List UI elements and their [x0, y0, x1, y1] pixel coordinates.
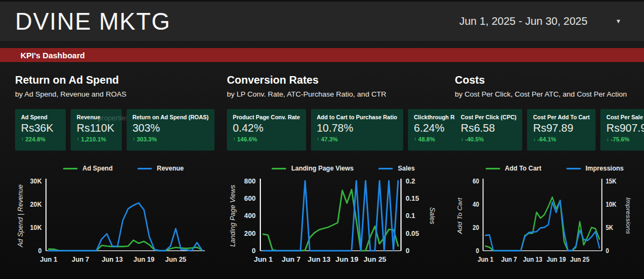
- series-line-impressions: [486, 200, 599, 250]
- y-axis-tick-label: 10K: [30, 224, 42, 232]
- legend-item-revenue: Revenue: [137, 165, 184, 172]
- scorecard-label: Cost Per Sale: [606, 114, 644, 120]
- scorecard-label: Cost Per Click (CPC): [461, 114, 516, 120]
- legend-swatch-green: [272, 168, 286, 169]
- legend-item-ad-spend: Ad Spend: [63, 165, 113, 172]
- date-range-label: Jun 1, 2025 - Jun 30, 2025: [459, 15, 587, 28]
- scorecard-cost-per-sale: Cost Per Sale Rs907.9 ↓ -75.6%: [600, 109, 644, 151]
- section-title: Costs: [455, 74, 644, 86]
- chart-legend: Add To Cart Impressions: [455, 165, 636, 172]
- arrow-down-icon: ↓: [533, 137, 536, 142]
- scorecard-delta: ↑ 146.6%: [233, 136, 300, 142]
- y-axis-title: Ad Spend | Revenue: [17, 185, 24, 248]
- scorecard-product-page-conv-rate: Product Page Conv. Rate 0.42% ↑ 146.6%: [227, 109, 306, 151]
- y-axis-tick-label: 30K: [30, 178, 42, 185]
- scorecard-label: Add to Cart to Purchase Ratio: [317, 114, 397, 120]
- conversion-chart-block: Landing Page Views Sales 020040060080000…: [227, 165, 450, 268]
- arrow-up-icon: ↑: [133, 137, 135, 142]
- legend-swatch-blue: [137, 168, 152, 169]
- scorecard-ad-spend: Ad Spend Rs36K ↑ 224.8%: [15, 109, 66, 151]
- right-y-axis-tick-label: 0.15: [406, 195, 419, 202]
- scorecard-label: Return on Ad Spend (ROAS): [133, 114, 209, 120]
- x-axis-tick-label: Jun 1: [40, 256, 57, 263]
- section-title: Return on Ad Spend: [15, 74, 222, 86]
- scorecard-label: Revenue: [77, 114, 115, 120]
- x-axis-tick-label: Jun 13: [523, 255, 543, 263]
- section-costs: Costs by Cost Per Click, Cost Per ATC, a…: [455, 74, 644, 268]
- dashboard-content: Return on Ad Spend by Ad Spend, Revenue …: [0, 62, 644, 268]
- legend-swatch-green: [63, 168, 78, 169]
- arrow-down-icon: ↓: [461, 137, 463, 142]
- scorecard-row: Cost Per Click (CPC) Rs6.58 ↓ -40.5% Cos…: [455, 109, 644, 151]
- right-y-axis-title: Impressions: [625, 198, 632, 234]
- x-axis-tick-label: Jun 7: [501, 255, 517, 263]
- scorecard-delta-value: 47.3%: [321, 136, 338, 142]
- scorecard-delta: ↑ 47.3%: [317, 136, 397, 142]
- legend-item-impressions: Impressions: [566, 165, 624, 172]
- right-y-axis-tick-label: 0.2: [406, 178, 416, 185]
- date-range-picker[interactable]: Jun 1, 2025 - Jun 30, 2025 ▼: [452, 11, 629, 32]
- legend-label: Impressions: [586, 165, 624, 172]
- legend-label: Revenue: [157, 165, 184, 172]
- scorecard-value: Rs6.58: [461, 122, 516, 134]
- series-line-add-to-cart: [486, 197, 599, 250]
- scorecard-delta: ↓ -64.1%: [533, 136, 590, 142]
- y-axis-tick-label: 20: [473, 224, 479, 231]
- x-axis-tick-label: Jun 19: [336, 255, 358, 263]
- scorecard-atc-purchase-ratio: Add to Cart to Purchase Ratio 10.78% ↑ 4…: [311, 109, 403, 151]
- y-axis-tick-label: 60: [473, 178, 479, 185]
- arrow-down-icon: ↓: [606, 137, 609, 142]
- scorecard-delta-value: -64.1%: [537, 136, 556, 142]
- y-axis-title: Add To Cart: [456, 198, 463, 235]
- lpv-sales-line-chart[interactable]: 020040060080000.050.10.150.2Jun 1Jun 7Ju…: [227, 175, 441, 268]
- scorecard-row: Product Page Conv. Rate 0.42% ↑ 146.6% A…: [227, 109, 450, 151]
- legend-label: Landing Page Views: [291, 165, 354, 172]
- scorecard-value: Rs36K: [21, 122, 60, 134]
- scorecard-roas: Return on Ad Spend (ROAS) 303% ↑ 303.3%: [127, 109, 214, 151]
- x-axis-tick-label: Jun 1: [254, 255, 273, 263]
- scorecard-label: Cost Per Add To Cart: [533, 114, 590, 120]
- scorecard-delta: ↑ 224.8%: [21, 136, 60, 142]
- right-y-axis-title: Sales: [428, 207, 437, 224]
- right-y-axis-tick-label: 15K: [606, 178, 617, 185]
- scorecard-value: 303%: [133, 122, 209, 134]
- x-axis-tick-label: Jun 25: [363, 255, 386, 263]
- legend-item-landing-page-views: Landing Page Views: [272, 165, 354, 172]
- section-conversion-rates: Conversion Rates by LP Conv. Rate, ATC-P…: [227, 74, 450, 268]
- y-axis-tick-label: 20K: [30, 201, 42, 208]
- costs-chart-block: Add To Cart Impressions 020406005K10K15K…: [455, 165, 644, 268]
- y-axis-tick-label: 800: [244, 178, 255, 185]
- scorecard-value: 10.78%: [317, 122, 397, 134]
- series-line-revenue: [49, 203, 202, 251]
- legend-item-add-to-cart: Add To Cart: [486, 165, 542, 172]
- scorecard-delta-value: 303.3%: [137, 136, 157, 142]
- scorecard-delta: ↓ -75.6%: [606, 136, 644, 142]
- scorecard-value: 0.42%: [233, 122, 300, 134]
- right-y-axis-tick-label: 10K: [606, 201, 617, 208]
- scorecard-cpc: Cost Per Click (CPC) Rs6.58 ↓ -40.5%: [455, 109, 522, 151]
- right-y-axis-tick-label: 5K: [606, 224, 613, 231]
- scorecard-value: Rs110K: [77, 122, 115, 134]
- dashboard-banner: KPI's Dashboard: [0, 48, 644, 62]
- scorecard-label: Ad Spend: [21, 114, 60, 120]
- right-y-axis-tick-label: 0: [606, 248, 609, 255]
- y-axis-tick-label: 600: [244, 195, 255, 202]
- y-axis-tick-label: 0: [252, 247, 255, 255]
- chart-legend: Landing Page Views Sales: [227, 165, 441, 172]
- chart-legend: Ad Spend Revenue: [15, 165, 213, 172]
- ad-spend-revenue-line-chart[interactable]: 010K20K30KJun 1Jun 7Jun 13Jun 19Jun 25Ad…: [15, 175, 213, 268]
- right-y-axis-tick-label: 0.1: [406, 213, 416, 220]
- scorecard-delta: ↓ -40.5%: [461, 136, 516, 142]
- right-y-axis-tick-label: 0.05: [406, 230, 419, 237]
- scorecard-delta-value: 1,210.1%: [81, 136, 106, 142]
- scorecard-cost-per-atc: Cost Per Add To Cart Rs97.89 ↓ -64.1%: [527, 109, 595, 151]
- atc-impressions-line-chart[interactable]: 020406005K10K15KJun 1Jun 7Jun 13Jun 19Ju…: [455, 175, 636, 268]
- arrow-up-icon: ↑: [233, 137, 236, 142]
- x-axis-tick-label: Jun 13: [308, 255, 330, 263]
- legend-item-sales: Sales: [378, 165, 414, 172]
- dashboard-banner-label: KPI's Dashboard: [20, 51, 85, 60]
- x-axis-tick-label: Jun 25: [165, 256, 186, 263]
- arrow-up-icon: ↑: [21, 137, 24, 142]
- scorecard-row: Ad Spend Rs36K ↑ 224.8% properties Reven…: [15, 109, 222, 151]
- arrow-up-icon: ↑: [77, 137, 79, 142]
